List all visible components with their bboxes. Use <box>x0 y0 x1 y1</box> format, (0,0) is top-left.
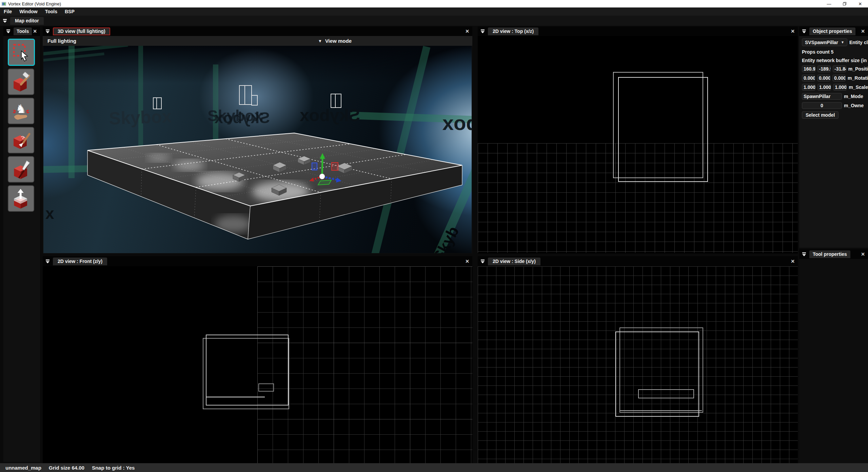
collapse-icon[interactable] <box>802 29 807 34</box>
tab-map-editor[interactable]: Map editor <box>10 17 44 25</box>
viewport-2d-side[interactable] <box>478 266 798 463</box>
close-icon[interactable]: ✕ <box>465 259 469 264</box>
skybox-wireframes <box>153 86 341 109</box>
entity-hand-tool-button[interactable]: ♞ <box>8 98 34 124</box>
collapse-icon[interactable] <box>2 19 7 23</box>
viewport-3d[interactable]: Skybox Skybox Skybox Skybox Skybox Skyb … <box>43 46 472 253</box>
brush-outline-small <box>258 383 274 392</box>
hammer-block-tool-icon <box>11 71 32 92</box>
view-mode-dropdown[interactable]: ▼ View mode <box>318 36 352 46</box>
close-icon[interactable]: ✕ <box>465 29 469 34</box>
status-snap: Snap to grid : Yes <box>92 465 135 471</box>
scale-z-field[interactable]: 1.000 <box>833 84 847 91</box>
hammer-block-tool-button[interactable] <box>8 69 34 95</box>
view-side-tabstrip: 2D view : Side (x/y) ✕ <box>478 256 798 266</box>
collapse-icon[interactable] <box>802 252 807 257</box>
extract-block-tool-icon <box>11 188 32 209</box>
select-model-button[interactable]: Select model <box>802 111 839 119</box>
paint-block-tool-icon <box>11 130 32 151</box>
clip-block-tool-icon <box>11 159 32 180</box>
title-bar: Vortex Editor (Void Engine) — ✕ <box>0 0 868 7</box>
position-y-field[interactable]: -189.9 <box>817 65 831 72</box>
tools-panel: Tools ✕ ♞ <box>3 26 40 462</box>
menu-tools[interactable]: Tools <box>41 9 61 14</box>
rotation-y-field[interactable]: 0.000 <box>817 75 830 81</box>
tab-tools[interactable]: Tools <box>14 27 32 35</box>
menu-file[interactable]: File <box>0 9 16 14</box>
collapse-icon[interactable] <box>480 259 485 264</box>
scale-x-field[interactable]: 1.000 <box>802 84 815 91</box>
tab-2d-top[interactable]: 2D view : Top (x/z) <box>488 27 538 35</box>
position-x-field[interactable]: 160.9 <box>802 65 815 72</box>
skybox-text-mirrored: Skybox <box>442 112 472 134</box>
collapse-icon[interactable] <box>480 29 485 34</box>
menu-bsp[interactable]: BSP <box>61 9 78 14</box>
view-front-tabstrip: 2D view : Front (z/y) ✕ <box>43 256 472 266</box>
gizmo-origin-handle[interactable] <box>319 174 325 179</box>
rotation-x-field[interactable]: 0.000 <box>802 75 815 81</box>
gizmo-plane-zy[interactable] <box>312 163 317 170</box>
tab-tool-properties[interactable]: Tool properties <box>809 250 850 258</box>
tools-list: ♞ <box>3 39 33 212</box>
clip-block-tool-button[interactable] <box>8 156 34 183</box>
skybox-text-mirrored: Skybox <box>300 106 360 125</box>
paint-block-tool-button[interactable] <box>8 127 34 153</box>
minimize-button[interactable]: — <box>821 0 837 7</box>
view-side-panel: 2D view : Side (x/y) ✕ <box>478 256 798 463</box>
rotation-row: 0.000 0.000 0.000 m_Rotati <box>802 75 868 81</box>
tab-object-properties[interactable]: Object properties <box>809 27 855 35</box>
view3d-toolbar: Full lighting ▼ View mode <box>43 36 472 46</box>
map-editor-bar: Map editor <box>0 16 868 26</box>
close-icon[interactable]: ✕ <box>791 29 795 34</box>
view-front-panel: 2D view : Front (z/y) ✕ <box>43 256 472 463</box>
chevron-down-icon: ▼ <box>318 39 322 43</box>
close-button[interactable]: ✕ <box>852 0 868 7</box>
viewport-2d-top[interactable] <box>478 36 798 253</box>
owner-field[interactable]: 0 <box>802 102 842 109</box>
vortex-editor-window: { "window": {"title": "Vortex Editor (Vo… <box>0 0 868 472</box>
window-title: Vortex Editor (Void Engine) <box>8 1 61 6</box>
gizmo-plane-xz[interactable] <box>318 180 331 185</box>
rotation-z-field[interactable]: 0.000 <box>832 75 846 81</box>
tools-tabstrip: Tools ✕ <box>3 26 40 36</box>
scale-y-field[interactable]: 1.000 <box>817 84 831 91</box>
close-icon[interactable]: ✕ <box>791 259 795 264</box>
brush-outline <box>618 77 708 182</box>
gizmo-axis-y[interactable] <box>322 158 322 176</box>
close-icon[interactable]: ✕ <box>861 29 865 34</box>
view3d-tabstrip: 3D view (full lighting) ✕ <box>43 26 472 36</box>
collapse-icon[interactable] <box>45 29 50 34</box>
viewport-2d-front[interactable] <box>43 266 472 463</box>
props-count-label: Props count 5 <box>802 49 868 55</box>
menu-window[interactable]: Window <box>16 9 41 14</box>
tab-3d-view[interactable]: 3D view (full lighting) <box>53 27 110 35</box>
tab-2d-front[interactable]: 2D view : Front (z/y) <box>53 258 107 265</box>
app-icon <box>2 2 6 6</box>
status-bar: unnamed_map Grid size 64.00 Snap to grid… <box>0 463 868 472</box>
entity-class-row: SVSpawnPillar ▼ Entity cla <box>802 38 868 46</box>
collapse-icon[interactable] <box>45 259 50 264</box>
tool-properties-tabstrip: Tool properties ✕ <box>799 249 868 259</box>
object-properties-tabstrip: Object properties ✕ <box>799 26 868 36</box>
window-controls: — ✕ <box>821 0 868 7</box>
entity-class-dropdown[interactable]: SVSpawnPillar ▼ <box>802 38 847 46</box>
scene-3d: Skybox Skybox Skybox Skybox Skybox Skyb … <box>43 46 472 253</box>
model-field[interactable]: SpawnPillar <box>802 93 842 100</box>
entity-class-label: Entity cla <box>849 40 868 45</box>
brush-outline <box>615 332 699 417</box>
owner-row: 0 m_Owne <box>802 102 868 109</box>
collapse-icon[interactable] <box>6 29 11 34</box>
position-z-field[interactable]: -31.84 <box>833 65 846 72</box>
extract-block-tool-button[interactable] <box>8 185 34 212</box>
entity-class-value: SVSpawnPillar <box>805 40 838 45</box>
gizmo-plane-xy[interactable] <box>332 163 338 170</box>
status-map-name: unnamed_map <box>5 465 41 471</box>
brush-outline <box>206 335 289 405</box>
tab-2d-side[interactable]: 2D view : Side (x/y) <box>488 258 540 265</box>
restore-button[interactable] <box>837 0 852 7</box>
select-tool-button[interactable] <box>8 39 35 66</box>
view-top-panel: 2D view : Top (x/z) ✕ <box>478 26 798 253</box>
close-icon[interactable]: ✕ <box>861 251 865 257</box>
skybox-text: Skybox <box>108 107 172 128</box>
close-icon[interactable]: ✕ <box>33 29 37 34</box>
